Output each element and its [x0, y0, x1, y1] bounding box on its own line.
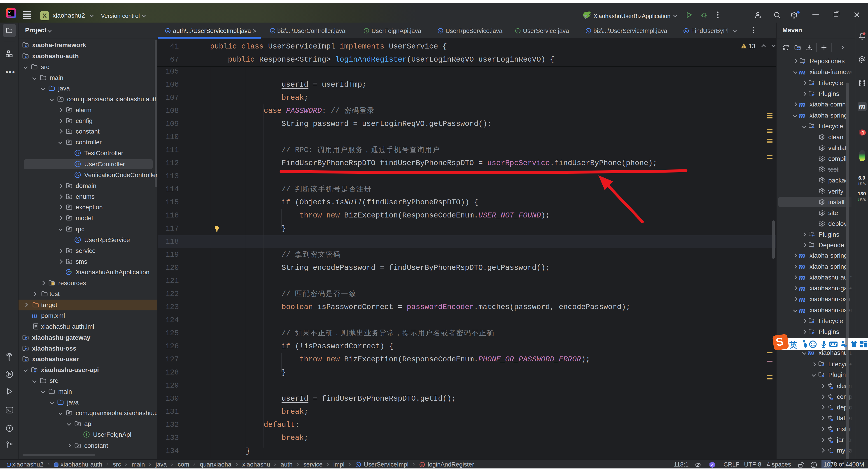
svg-text:m: m: [421, 463, 424, 467]
svg-text:IJ: IJ: [8, 10, 10, 13]
svg-text:1: 1: [862, 130, 864, 136]
svg-text:G: G: [845, 345, 846, 347]
